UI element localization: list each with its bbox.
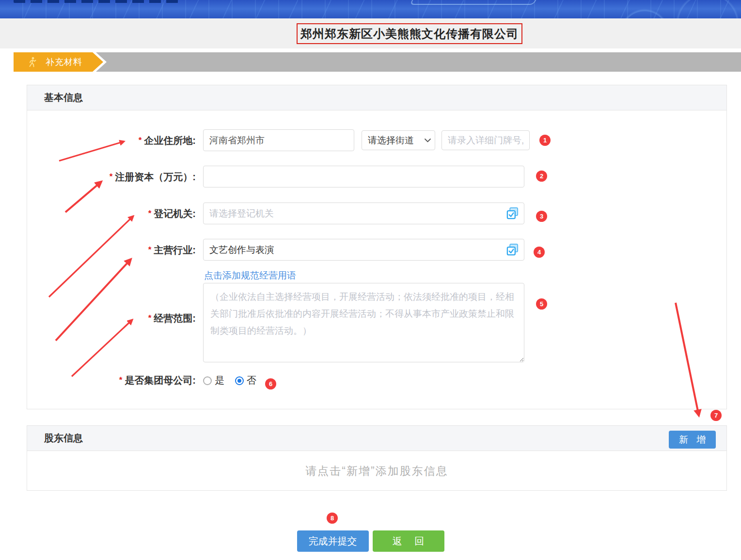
footer-actions: 完成并提交 返 回 bbox=[0, 530, 741, 552]
street-select-wrap: 请选择街道 bbox=[362, 130, 435, 150]
required-mark: * bbox=[119, 375, 123, 385]
shareholder-header: 股东信息 新 增 bbox=[27, 426, 726, 451]
required-mark: * bbox=[139, 136, 142, 145]
badge-6: 6 bbox=[265, 378, 276, 389]
tab-supplementary-material[interactable]: 补充材料 bbox=[14, 52, 103, 72]
registry-label: *登记机关: bbox=[27, 202, 196, 225]
radio-no[interactable]: 否 bbox=[235, 374, 256, 387]
badge-4: 4 bbox=[534, 247, 545, 258]
scope-textarea[interactable] bbox=[203, 283, 524, 362]
badge-2: 2 bbox=[536, 171, 547, 182]
radio-yes[interactable]: 是 bbox=[203, 374, 224, 387]
page-root: 郑州郑东新区小美熊熊文化传播有限公司 补充材料 基本信息 *企业住所地: 请选 bbox=[0, 0, 741, 560]
required-mark: * bbox=[110, 172, 113, 181]
scope-link-row: 点击添加规范经营用语 bbox=[27, 269, 727, 281]
address-row: *企业住所地: 请选择街道 bbox=[27, 129, 727, 151]
address-label: *企业住所地: bbox=[27, 129, 196, 152]
submit-button[interactable]: 完成并提交 bbox=[297, 530, 369, 552]
add-standard-terms-link[interactable]: 点击添加规范经营用语 bbox=[204, 269, 296, 282]
group-parent-label: *是否集团母公司: bbox=[27, 374, 196, 387]
required-mark: * bbox=[148, 209, 152, 218]
capital-row: *注册资本（万元）: bbox=[27, 166, 727, 187]
scope-label: *经营范围: bbox=[27, 312, 196, 325]
header-band: 郑州郑东新区小美熊熊文化传播有限公司 bbox=[0, 18, 741, 48]
radio-no-circle[interactable] bbox=[235, 376, 244, 385]
industry-picker-icon[interactable] bbox=[506, 243, 519, 256]
banner-decoration bbox=[410, 0, 540, 5]
group-parent-row: *是否集团母公司: 是 否 bbox=[27, 374, 727, 387]
street-select[interactable]: 请选择街道 bbox=[362, 130, 435, 150]
scope-row: *经营范围: bbox=[27, 283, 727, 362]
shareholder-title: 股东信息 bbox=[44, 432, 83, 445]
registry-picker-icon[interactable] bbox=[506, 207, 519, 220]
basic-info-header: 基本信息 bbox=[27, 85, 726, 110]
badge-5: 5 bbox=[536, 298, 547, 310]
shareholder-empty-hint: 请点击“新增”添加股东信息 bbox=[305, 464, 448, 479]
radio-yes-circle[interactable] bbox=[203, 376, 212, 385]
shareholder-empty-body: 请点击“新增”添加股东信息 bbox=[27, 451, 726, 491]
basic-info-section: 基本信息 *企业住所地: 请选择街道 *注册资本（万元）: *登记机关: bbox=[27, 85, 727, 409]
badge-8: 8 bbox=[327, 513, 338, 524]
back-button[interactable]: 返 回 bbox=[373, 530, 444, 552]
shareholder-section: 股东信息 新 增 请点击“新增”添加股东信息 bbox=[27, 425, 727, 491]
address-detail-input[interactable] bbox=[441, 130, 530, 150]
radio-yes-label: 是 bbox=[215, 374, 224, 387]
top-banner bbox=[0, 0, 741, 18]
badge-3: 3 bbox=[536, 211, 547, 222]
industry-input[interactable] bbox=[203, 239, 524, 261]
badge-7: 7 bbox=[710, 410, 722, 421]
capital-label: *注册资本（万元）: bbox=[27, 166, 196, 188]
registry-input[interactable] bbox=[203, 202, 524, 224]
industry-label: *主营行业: bbox=[27, 239, 196, 261]
add-shareholder-button[interactable]: 新 增 bbox=[669, 431, 716, 449]
registry-row: *登记机关: bbox=[27, 202, 727, 224]
required-mark: * bbox=[148, 245, 152, 254]
industry-row: *主营行业: bbox=[27, 239, 727, 261]
badge-1: 1 bbox=[539, 135, 551, 146]
group-parent-radios: 是 否 bbox=[203, 374, 256, 387]
banner-cutoff-text bbox=[14, 0, 178, 3]
address-input[interactable] bbox=[203, 129, 354, 151]
required-mark: * bbox=[148, 313, 152, 323]
basic-info-title: 基本信息 bbox=[44, 91, 83, 104]
capital-input[interactable] bbox=[203, 166, 524, 187]
running-person-icon bbox=[27, 57, 37, 67]
step-tabbar: 补充材料 bbox=[14, 52, 741, 72]
company-title: 郑州郑东新区小美熊熊文化传播有限公司 bbox=[297, 23, 522, 44]
radio-no-label: 否 bbox=[247, 374, 256, 387]
tab-label: 补充材料 bbox=[46, 56, 82, 68]
